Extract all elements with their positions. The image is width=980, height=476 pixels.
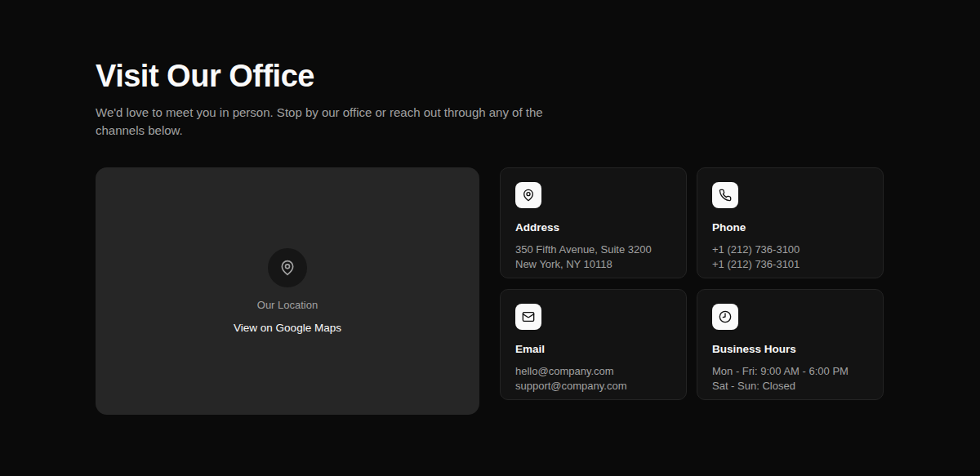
page-title: Visit Our Office	[96, 57, 884, 95]
business-hours-card: Business Hours Mon - Fri: 9:00 AM - 6:00…	[697, 289, 884, 400]
email-card: Email hello@company.com support@company.…	[500, 289, 687, 400]
email-address: support@company.com	[515, 379, 671, 394]
phone-number: +1 (212) 736-3100	[712, 242, 868, 257]
view-on-google-maps-link[interactable]: View on Google Maps	[234, 322, 341, 334]
page-subtitle: We'd love to meet you in person. Stop by…	[96, 104, 543, 140]
contact-info-grid: Address 350 Fifth Avenue, Suite 3200 New…	[500, 167, 884, 415]
map-placeholder-card: Our Location View on Google Maps	[96, 167, 479, 415]
map-pin-circle	[268, 248, 307, 287]
content-row: Our Location View on Google Maps Address…	[96, 167, 884, 415]
phone-icon	[719, 189, 732, 202]
map-pin-icon	[522, 189, 535, 202]
address-icon-box	[515, 182, 541, 208]
phone-number: +1 (212) 736-3101	[712, 257, 868, 272]
clock-icon	[719, 310, 732, 323]
address-line: New York, NY 10118	[515, 257, 671, 272]
card-title: Business Hours	[712, 343, 868, 355]
hours-line: Sat - Sun: Closed	[712, 379, 868, 394]
card-body: 350 Fifth Avenue, Suite 3200 New York, N…	[515, 242, 671, 272]
email-address: hello@company.com	[515, 364, 671, 379]
email-icon-box	[515, 304, 541, 330]
hours-line: Mon - Fri: 9:00 AM - 6:00 PM	[712, 364, 868, 379]
address-card: Address 350 Fifth Avenue, Suite 3200 New…	[500, 167, 687, 278]
card-body: +1 (212) 736-3100 +1 (212) 736-3101	[712, 242, 868, 272]
map-location-label: Our Location	[257, 299, 318, 311]
phone-icon-box	[712, 182, 738, 208]
card-body: Mon - Fri: 9:00 AM - 6:00 PM Sat - Sun: …	[712, 364, 868, 394]
card-title: Email	[515, 343, 671, 355]
mail-icon	[522, 310, 535, 323]
phone-card: Phone +1 (212) 736-3100 +1 (212) 736-310…	[697, 167, 884, 278]
visit-office-section: Visit Our Office We'd love to meet you i…	[96, 0, 884, 415]
clock-icon-box	[712, 304, 738, 330]
card-title: Address	[515, 221, 671, 234]
address-line: 350 Fifth Avenue, Suite 3200	[515, 242, 671, 257]
card-title: Phone	[712, 221, 868, 234]
map-pin-icon	[279, 260, 296, 276]
card-body: hello@company.com support@company.com	[515, 364, 671, 394]
